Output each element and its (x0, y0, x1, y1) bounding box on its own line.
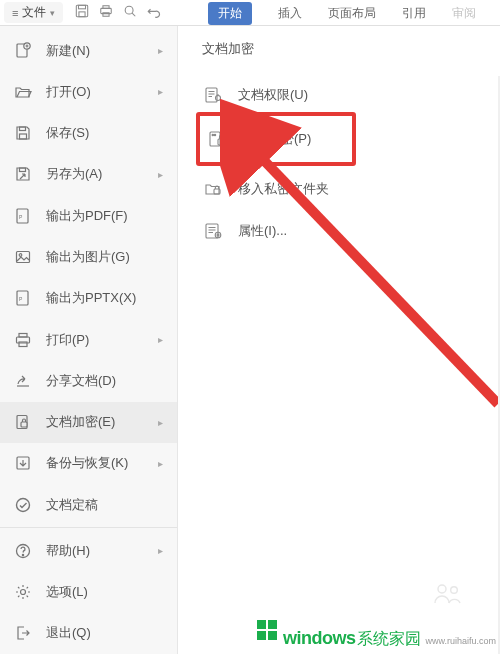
menu-print-label: 打印(P) (46, 331, 89, 349)
new-icon (14, 42, 32, 60)
svg-point-30 (216, 96, 221, 101)
submenu-arrow-icon: ▸ (158, 334, 163, 345)
svg-rect-44 (268, 620, 277, 629)
menu-encrypt[interactable]: 文档加密(E) ▸ (0, 402, 177, 443)
sub-permission-label: 文档权限(U) (238, 86, 308, 104)
image-icon (14, 248, 32, 266)
menu-help[interactable]: 帮助(H) ▸ (0, 530, 177, 571)
svg-rect-45 (257, 631, 266, 640)
collaborators-icon[interactable] (430, 581, 466, 608)
open-icon (14, 83, 32, 101)
sub-password-encrypt[interactable]: 密码加密(P) (202, 122, 352, 156)
svg-rect-2 (79, 12, 85, 17)
menu-open[interactable]: 打开(O) ▸ (0, 71, 177, 112)
svg-point-33 (214, 134, 215, 135)
menu-save-label: 保存(S) (46, 124, 89, 142)
sub-document-permission[interactable]: 文档权限(U) (202, 74, 500, 116)
svg-rect-1 (79, 5, 86, 9)
svg-rect-43 (257, 620, 266, 629)
menu-new-label: 新建(N) (46, 42, 90, 60)
gear-icon (14, 583, 32, 601)
share-icon (14, 372, 32, 390)
sub-move-private[interactable]: 移入私密文件夹 (202, 168, 500, 210)
chevron-down-icon: ▾ (50, 8, 55, 18)
separator (0, 527, 177, 528)
submenu-arrow-icon: ▸ (158, 169, 163, 180)
svg-rect-29 (206, 88, 217, 102)
svg-rect-34 (218, 139, 225, 145)
menu-export-pdf[interactable]: P 输出为PDF(F) (0, 195, 177, 236)
menu-options[interactable]: 选项(L) (0, 572, 177, 613)
top-bar: ≡ 文件 ▾ 开始 插入 页面布局 引用 审阅 (0, 0, 500, 26)
tab-review[interactable]: 审阅 (452, 5, 476, 22)
submenu-arrow-icon: ▸ (158, 545, 163, 556)
menu-save-as-label: 另存为(A) (46, 165, 102, 183)
menu-export-pptx-label: 输出为PPTX(X) (46, 289, 136, 307)
check-icon (14, 496, 32, 514)
left-menu: 新建(N) ▸ 打开(O) ▸ 保存(S) 另存为(A) ▸ P 输出为PDF(… (0, 26, 178, 654)
highlight-box: 密码加密(P) (196, 112, 356, 166)
svg-text:P: P (19, 214, 23, 220)
exit-icon (14, 624, 32, 642)
svg-point-41 (438, 585, 446, 593)
tab-insert[interactable]: 插入 (278, 5, 302, 22)
private-folder-icon (204, 180, 224, 198)
menu-encrypt-label: 文档加密(E) (46, 413, 115, 431)
save-icon (14, 124, 32, 142)
svg-rect-10 (20, 127, 26, 131)
svg-rect-36 (206, 224, 218, 238)
svg-rect-4 (103, 6, 109, 9)
menu-save[interactable]: 保存(S) (0, 113, 177, 154)
tab-reference[interactable]: 引用 (402, 5, 426, 22)
menu-options-label: 选项(L) (46, 583, 88, 601)
menu-backup[interactable]: 备份与恢复(K) ▸ (0, 443, 177, 484)
pdf-icon: P (14, 207, 32, 225)
menu-export-pptx[interactable]: P 输出为PPTX(X) (0, 278, 177, 319)
sub-properties[interactable]: 属性(I)... (202, 210, 500, 252)
svg-text:P: P (19, 296, 23, 302)
menu-finalize[interactable]: 文档定稿 (0, 484, 177, 525)
menu-new[interactable]: 新建(N) ▸ (0, 30, 177, 71)
submenu-arrow-icon: ▸ (158, 45, 163, 56)
svg-rect-15 (17, 252, 30, 263)
menu-open-label: 打开(O) (46, 83, 91, 101)
ribbon-tabs: 开始 插入 页面布局 引用 审阅 (208, 0, 500, 26)
menu-export-img-label: 输出为图片(G) (46, 248, 130, 266)
file-button-area: ≡ 文件 ▾ (0, 0, 67, 25)
svg-point-25 (17, 498, 30, 511)
main-area: 新建(N) ▸ 打开(O) ▸ 保存(S) 另存为(A) ▸ P 输出为PDF(… (0, 26, 500, 654)
save-icon[interactable] (75, 4, 89, 21)
menu-help-label: 帮助(H) (46, 542, 90, 560)
properties-icon (204, 222, 224, 240)
sub-properties-label: 属性(I)... (238, 222, 287, 240)
submenu-arrow-icon: ▸ (158, 86, 163, 97)
watermark-text-main: windows (283, 628, 356, 649)
menu-backup-label: 备份与恢复(K) (46, 454, 128, 472)
right-panel: 文档加密 文档权限(U) 密码加密(P) 移入私密文件夹 属性(I)... (178, 26, 500, 654)
encrypt-icon (14, 413, 32, 431)
tab-start[interactable]: 开始 (208, 2, 252, 25)
print-qat-icon[interactable] (99, 4, 113, 21)
svg-point-42 (451, 587, 458, 594)
quick-access-toolbar (67, 4, 169, 21)
svg-point-16 (19, 254, 22, 257)
menu-share-label: 分享文档(D) (46, 372, 116, 390)
undo-icon[interactable] (147, 4, 161, 21)
watermark-logo-icon (255, 618, 281, 644)
menu-print[interactable]: 打印(P) ▸ (0, 319, 177, 360)
file-menu-button[interactable]: ≡ 文件 ▾ (4, 2, 63, 23)
preview-icon[interactable] (123, 4, 137, 21)
lock-icon (208, 130, 228, 148)
menu-export-img[interactable]: 输出为图片(G) (0, 236, 177, 277)
menu-save-as[interactable]: 另存为(A) ▸ (0, 154, 177, 195)
tab-page-layout[interactable]: 页面布局 (328, 5, 376, 22)
menu-share[interactable]: 分享文档(D) (0, 360, 177, 401)
svg-point-28 (21, 590, 26, 595)
permission-icon (204, 86, 224, 104)
svg-rect-46 (268, 631, 277, 640)
menu-exit-label: 退出(Q) (46, 624, 91, 642)
print-icon (14, 331, 32, 349)
svg-rect-12 (20, 168, 26, 172)
svg-point-6 (126, 6, 134, 14)
menu-exit[interactable]: 退出(Q) (0, 613, 177, 654)
